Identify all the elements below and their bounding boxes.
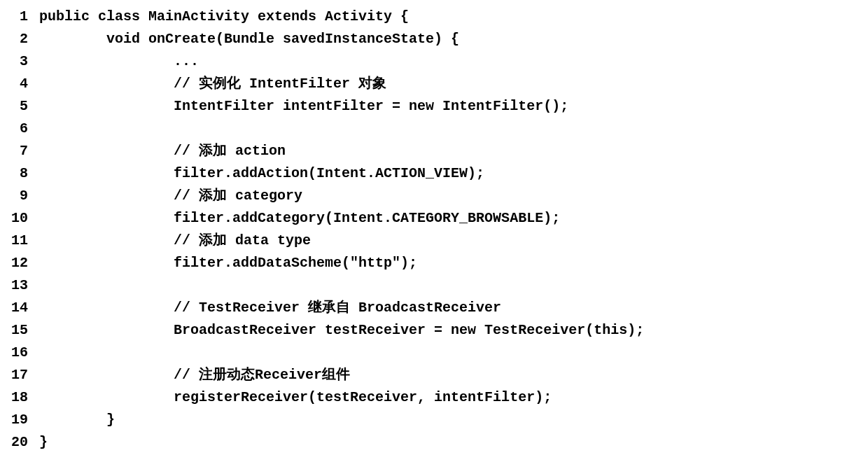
code-line: 20 } bbox=[11, 431, 644, 454]
code-line: 9 // 添加 category bbox=[11, 185, 644, 207]
code-line: 19 } bbox=[11, 409, 644, 431]
code-line: 16 bbox=[11, 342, 644, 364]
code-block: 1 public class MainActivity extends Acti… bbox=[11, 6, 644, 454]
line-content: // TestReceiver 继承自 BroadcastReceiver bbox=[39, 297, 644, 319]
line-number: 4 bbox=[11, 73, 39, 95]
line-content: filter.addAction(Intent.ACTION_VIEW); bbox=[39, 162, 644, 185]
code-line: 17 // 注册动态Receiver组件 bbox=[11, 364, 644, 386]
line-content: BroadcastReceiver testReceiver = new Tes… bbox=[39, 319, 644, 342]
line-number: 7 bbox=[11, 140, 39, 162]
line-number: 20 bbox=[11, 431, 39, 454]
code-line: 14 // TestReceiver 继承自 BroadcastReceiver bbox=[11, 297, 644, 319]
line-content: } bbox=[39, 431, 644, 454]
line-number: 11 bbox=[11, 230, 39, 252]
line-content: registerReceiver(testReceiver, intentFil… bbox=[39, 386, 644, 409]
code-line: 12 filter.addDataScheme("http"); bbox=[11, 252, 644, 274]
line-number: 13 bbox=[11, 274, 39, 297]
code-line: 5 IntentFilter intentFilter = new Intent… bbox=[11, 95, 644, 118]
line-content bbox=[39, 274, 644, 297]
code-line: 7 // 添加 action bbox=[11, 140, 644, 162]
code-line: 10 filter.addCategory(Intent.CATEGORY_BR… bbox=[11, 207, 644, 230]
line-number: 16 bbox=[11, 342, 39, 364]
line-number: 17 bbox=[11, 364, 39, 386]
line-content: filter.addCategory(Intent.CATEGORY_BROWS… bbox=[39, 207, 644, 230]
code-line: 6 bbox=[11, 118, 644, 140]
line-number: 8 bbox=[11, 162, 39, 185]
code-line: 15 BroadcastReceiver testReceiver = new … bbox=[11, 319, 644, 342]
code-line: 4 // 实例化 IntentFilter 对象 bbox=[11, 73, 644, 95]
line-number: 18 bbox=[11, 386, 39, 409]
line-number: 1 bbox=[11, 6, 39, 28]
line-number: 6 bbox=[11, 118, 39, 140]
code-line: 11 // 添加 data type bbox=[11, 230, 644, 252]
line-number: 19 bbox=[11, 409, 39, 431]
line-content: // 添加 category bbox=[39, 185, 644, 207]
line-content: // 注册动态Receiver组件 bbox=[39, 364, 644, 386]
line-content: public class MainActivity extends Activi… bbox=[39, 6, 644, 28]
code-line: 2 void onCreate(Bundle savedInstanceStat… bbox=[11, 28, 644, 50]
line-content: void onCreate(Bundle savedInstanceState)… bbox=[39, 28, 644, 50]
line-content: ... bbox=[39, 50, 644, 73]
line-content bbox=[39, 342, 644, 364]
line-content: IntentFilter intentFilter = new IntentFi… bbox=[39, 95, 644, 118]
line-number: 12 bbox=[11, 252, 39, 274]
line-content: // 添加 data type bbox=[39, 230, 644, 252]
line-content: // 实例化 IntentFilter 对象 bbox=[39, 73, 644, 95]
line-number: 14 bbox=[11, 297, 39, 319]
code-line: 18 registerReceiver(testReceiver, intent… bbox=[11, 386, 644, 409]
line-number: 9 bbox=[11, 185, 39, 207]
code-line: 13 bbox=[11, 274, 644, 297]
line-number: 15 bbox=[11, 319, 39, 342]
line-number: 3 bbox=[11, 50, 39, 73]
line-number: 10 bbox=[11, 207, 39, 230]
line-number: 5 bbox=[11, 95, 39, 118]
line-number: 2 bbox=[11, 28, 39, 50]
code-line: 8 filter.addAction(Intent.ACTION_VIEW); bbox=[11, 162, 644, 185]
line-content bbox=[39, 118, 644, 140]
line-content: // 添加 action bbox=[39, 140, 644, 162]
code-line: 3 ... bbox=[11, 50, 644, 73]
line-content: } bbox=[39, 409, 644, 431]
line-content: filter.addDataScheme("http"); bbox=[39, 252, 644, 274]
code-line: 1 public class MainActivity extends Acti… bbox=[11, 6, 644, 28]
